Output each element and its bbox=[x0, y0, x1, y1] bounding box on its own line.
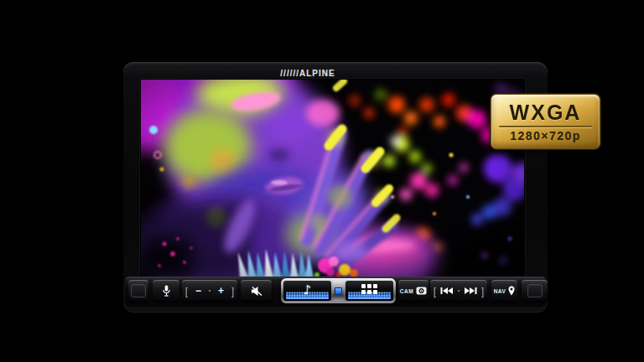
skip-forward-icon[interactable] bbox=[465, 287, 477, 295]
volume-up-label[interactable]: + bbox=[218, 286, 224, 296]
volume-bracket-right: ] bbox=[231, 285, 234, 297]
corner-left-inset bbox=[131, 284, 146, 297]
camera-button[interactable]: CAM bbox=[398, 280, 428, 302]
rocker-dot bbox=[458, 290, 460, 292]
audio-source-button[interactable]: ♪ bbox=[283, 281, 331, 301]
voice-button[interactable] bbox=[153, 280, 179, 302]
wxga-badge-resolution: 1280×720p bbox=[510, 130, 581, 142]
wxga-badge: WXGA 1280×720p bbox=[491, 94, 600, 149]
camera-icon bbox=[416, 287, 427, 295]
center-knob[interactable] bbox=[333, 281, 344, 301]
mic-icon bbox=[162, 285, 171, 297]
volume-rocker[interactable]: [ − + ] bbox=[182, 280, 237, 302]
track-rocker[interactable]: [ ] bbox=[430, 280, 487, 302]
rocker-dot bbox=[209, 290, 210, 292]
backlit-button-group: ♪ bbox=[281, 278, 396, 303]
page-background: //////ALPINE bbox=[0, 0, 644, 362]
mute-button[interactable] bbox=[241, 280, 272, 302]
nav-button[interactable]: NAV bbox=[491, 280, 517, 302]
nav-button-label: NAV bbox=[494, 288, 506, 294]
wxga-badge-title: WXGA bbox=[510, 101, 582, 123]
apps-menu-button[interactable] bbox=[345, 281, 393, 301]
music-note-icon: ♪ bbox=[304, 282, 312, 297]
control-bar: [ − + ] ♪ bbox=[125, 277, 546, 307]
volume-bracket-left: [ bbox=[185, 285, 188, 297]
skip-back-icon[interactable] bbox=[440, 287, 453, 295]
map-pin-icon bbox=[508, 286, 515, 296]
mute-speaker-icon bbox=[251, 286, 262, 297]
head-unit: //////ALPINE bbox=[123, 62, 548, 313]
wxga-badge-divider bbox=[499, 126, 592, 127]
corner-right-inset bbox=[527, 284, 543, 297]
camera-button-label: CAM bbox=[400, 288, 413, 294]
corner-left-button[interactable] bbox=[128, 280, 148, 302]
app-grid-icon bbox=[361, 284, 377, 294]
screen-artwork bbox=[141, 80, 524, 277]
volume-down-label[interactable]: − bbox=[195, 286, 201, 296]
track-bracket-right: ] bbox=[481, 285, 484, 297]
touchscreen[interactable] bbox=[141, 80, 524, 277]
corner-right-button[interactable] bbox=[522, 280, 548, 302]
alpine-logo: //////ALPINE bbox=[123, 69, 492, 78]
center-knob-light bbox=[335, 287, 342, 295]
track-bracket-left: [ bbox=[434, 285, 436, 297]
